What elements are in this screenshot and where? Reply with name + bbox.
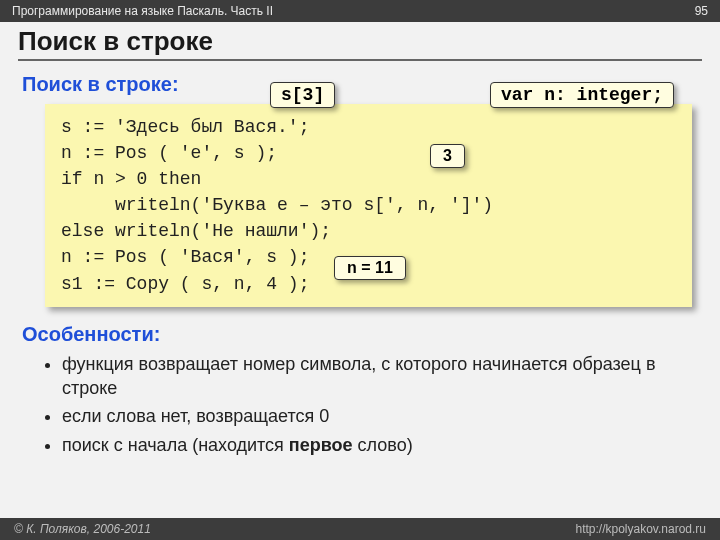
page-title: Поиск в строке: [18, 26, 702, 61]
callout-three: 3: [430, 144, 465, 168]
callout-n11: n = 11: [334, 256, 406, 280]
feature-text: слово): [353, 435, 413, 455]
top-bar: Программирование на языке Паскаль. Часть…: [0, 0, 720, 22]
feature-text: поиск с начала (находится: [62, 435, 289, 455]
feature-item: функция возвращает номер символа, с кото…: [62, 352, 690, 401]
feature-bold: первое: [289, 435, 353, 455]
feature-text: функция возвращает номер символа, с кото…: [62, 354, 655, 398]
features-list: функция возвращает номер символа, с кото…: [42, 352, 690, 457]
footer-bar: © К. Поляков, 2006-2011 http://kpolyakov…: [0, 518, 720, 540]
copyright: © К. Поляков, 2006-2011: [14, 522, 151, 536]
features-title: Особенности:: [22, 323, 720, 346]
slide-number: 95: [695, 4, 708, 18]
feature-text: если слова нет, возвращается 0: [62, 406, 329, 426]
course-title: Программирование на языке Паскаль. Часть…: [12, 4, 273, 18]
feature-item: если слова нет, возвращается 0: [62, 404, 690, 428]
callout-s3: s[3]: [270, 82, 335, 108]
callout-var-n: var n: integer;: [490, 82, 674, 108]
feature-item: поиск с начала (находится первое слово): [62, 433, 690, 457]
title-bar: Поиск в строке: [0, 22, 720, 63]
footer-url: http://kpolyakov.narod.ru: [575, 522, 706, 536]
